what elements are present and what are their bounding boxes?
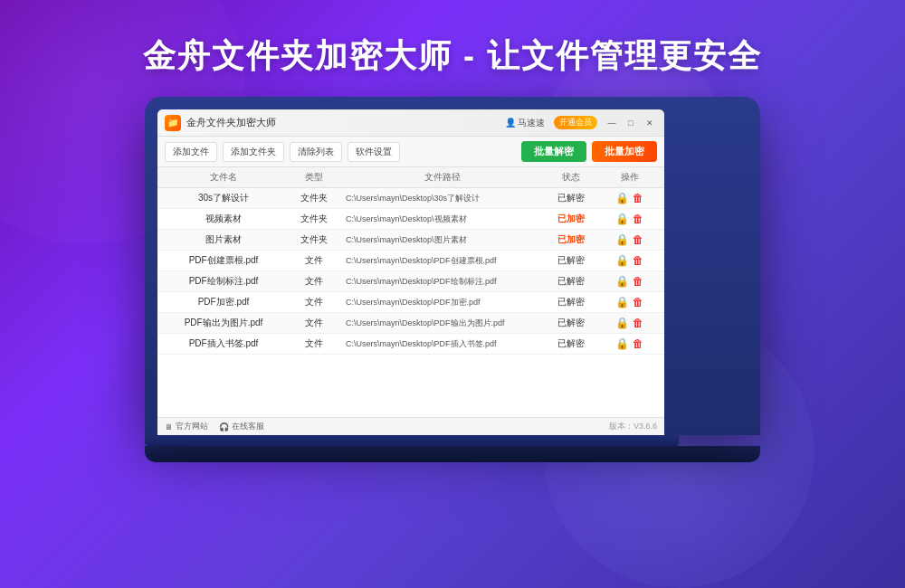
- table-header: 文件名 类型 文件路径 状态 操作: [157, 167, 664, 188]
- cell-path: C:\Users\mayn\Desktop\图片素材: [346, 234, 539, 246]
- settings-button[interactable]: 软件设置: [348, 142, 400, 162]
- page-title: 金舟文件夹加密大师 - 让文件管理更安全: [0, 0, 905, 97]
- cell-path: C:\Users\mayn\Desktop\30s了解设计: [346, 193, 539, 204]
- add-folder-button[interactable]: 添加文件夹: [223, 142, 284, 162]
- col-header-action: 操作: [603, 171, 657, 184]
- file-table: 文件名 类型 文件路径 状态 操作 30s了解设计 文件夹 C:\Users\m…: [157, 167, 664, 417]
- cell-path: C:\Users\mayn\Desktop\PDF绘制标注.pdf: [346, 276, 539, 288]
- cell-actions: 🔒 🗑: [603, 233, 657, 246]
- minimize-button[interactable]: —: [605, 117, 619, 129]
- lock-icon[interactable]: 🔒: [615, 213, 628, 225]
- lock-icon[interactable]: 🔒: [615, 337, 628, 350]
- version-text: 版本：V3.6.6: [609, 421, 657, 432]
- cell-name: PDF加密.pdf: [165, 296, 282, 308]
- status-bar: 🖥 官方网站 🎧 在线客服 版本：V3.6.6: [157, 417, 664, 435]
- laptop-stand: [145, 446, 760, 462]
- cell-type: 文件夹: [282, 192, 346, 204]
- cell-path: C:\Users\mayn\Desktop\PDF创建票根.pdf: [346, 255, 539, 267]
- lock-icon[interactable]: 🔒: [615, 192, 628, 204]
- table-row: PDF加密.pdf 文件 C:\Users\mayn\Desktop\PDF加密…: [157, 292, 664, 313]
- user-icon: 👤: [505, 118, 516, 128]
- laptop-screen-frame: 📁 金舟文件夹加密大师 👤 马速速 开通会员 — □ ✕: [145, 97, 760, 435]
- batch-decrypt-button[interactable]: 批量解密: [521, 141, 586, 162]
- cell-actions: 🔒 🗑: [603, 317, 657, 329]
- cell-status: 已解密: [539, 275, 603, 288]
- cell-status: 已解密: [539, 317, 603, 329]
- cell-path: C:\Users\mayn\Desktop\视频素材: [346, 213, 539, 225]
- monitor-icon: 🖥: [165, 422, 173, 432]
- table-row: PDF输出为图片.pdf 文件 C:\Users\mayn\Desktop\PD…: [157, 313, 664, 334]
- laptop-screen: 📁 金舟文件夹加密大师 👤 马速速 开通会员 — □ ✕: [157, 109, 664, 435]
- lock-icon[interactable]: 🔒: [615, 296, 628, 308]
- cell-type: 文件: [282, 317, 346, 329]
- lock-icon[interactable]: 🔒: [615, 233, 628, 246]
- clear-list-button[interactable]: 清除列表: [290, 142, 342, 162]
- cell-type: 文件: [282, 275, 346, 288]
- vip-badge[interactable]: 开通会员: [554, 116, 597, 129]
- cell-actions: 🔒 🗑: [603, 254, 657, 267]
- delete-icon[interactable]: 🗑: [632, 233, 644, 246]
- maximize-button[interactable]: □: [624, 117, 638, 129]
- official-site-link[interactable]: 🖥 官方网站: [165, 421, 208, 432]
- lock-icon[interactable]: 🔒: [615, 254, 628, 267]
- lock-icon[interactable]: 🔒: [615, 275, 628, 288]
- login-link[interactable]: 👤 马速速: [505, 117, 545, 129]
- title-bar-links: 👤 马速速: [505, 117, 545, 129]
- title-bar: 📁 金舟文件夹加密大师 👤 马速速 开通会员 — □ ✕: [157, 109, 664, 137]
- login-text: 马速速: [518, 117, 545, 129]
- cell-name: 视频素材: [165, 213, 282, 225]
- cell-name: 图片素材: [165, 233, 282, 246]
- delete-icon[interactable]: 🗑: [632, 296, 644, 308]
- delete-icon[interactable]: 🗑: [632, 213, 644, 225]
- delete-icon[interactable]: 🗑: [632, 275, 644, 288]
- delete-icon[interactable]: 🗑: [632, 192, 644, 204]
- table-row: PDF插入书签.pdf 文件 C:\Users\mayn\Desktop\PDF…: [157, 334, 664, 355]
- app-icon: 📁: [165, 115, 181, 131]
- cell-type: 文件: [282, 254, 346, 267]
- add-file-button[interactable]: 添加文件: [165, 142, 217, 162]
- col-header-name: 文件名: [165, 171, 282, 184]
- cell-status: 已解密: [539, 254, 603, 267]
- official-site-text: 官方网站: [176, 421, 208, 432]
- cell-path: C:\Users\mayn\Desktop\PDF输出为图片.pdf: [346, 318, 539, 329]
- table-row: 30s了解设计 文件夹 C:\Users\mayn\Desktop\30s了解设…: [157, 188, 664, 209]
- cell-path: C:\Users\mayn\Desktop\PDF插入书签.pdf: [346, 338, 539, 350]
- cell-name: PDF创建票根.pdf: [165, 254, 282, 267]
- cell-type: 文件夹: [282, 213, 346, 225]
- laptop-base: [145, 435, 679, 446]
- cell-type: 文件: [282, 296, 346, 308]
- close-button[interactable]: ✕: [643, 117, 657, 129]
- batch-encrypt-button[interactable]: 批量加密: [592, 141, 657, 162]
- col-header-path: 文件路径: [346, 171, 539, 184]
- app-title: 金舟文件夹加密大师: [186, 116, 505, 129]
- cell-name: PDF绘制标注.pdf: [165, 275, 282, 288]
- cell-status: 已加密: [539, 213, 603, 225]
- table-row: 视频素材 文件夹 C:\Users\mayn\Desktop\视频素材 已加密 …: [157, 209, 664, 230]
- cell-actions: 🔒 🗑: [603, 296, 657, 308]
- table-row: 图片素材 文件夹 C:\Users\mayn\Desktop\图片素材 已加密 …: [157, 230, 664, 251]
- table-row: PDF创建票根.pdf 文件 C:\Users\mayn\Desktop\PDF…: [157, 251, 664, 271]
- toolbar: 添加文件 添加文件夹 清除列表 软件设置 批量解密 批量加密: [157, 137, 664, 167]
- table-row: PDF绘制标注.pdf 文件 C:\Users\mayn\Desktop\PDF…: [157, 271, 664, 292]
- cell-type: 文件: [282, 337, 346, 350]
- col-header-type: 类型: [282, 171, 346, 184]
- cell-type: 文件夹: [282, 233, 346, 246]
- cell-status: 已加密: [539, 233, 603, 246]
- window-controls: — □ ✕: [605, 117, 657, 129]
- headset-icon: 🎧: [219, 422, 229, 432]
- laptop-container: 📁 金舟文件夹加密大师 👤 马速速 开通会员 — □ ✕: [0, 97, 905, 462]
- lock-icon[interactable]: 🔒: [615, 317, 628, 329]
- cell-actions: 🔒 🗑: [603, 192, 657, 204]
- app-window: 📁 金舟文件夹加密大师 👤 马速速 开通会员 — □ ✕: [157, 109, 664, 435]
- cell-status: 已解密: [539, 296, 603, 308]
- cell-actions: 🔒 🗑: [603, 213, 657, 225]
- online-support-link[interactable]: 🎧 在线客服: [219, 421, 264, 432]
- col-header-status: 状态: [539, 171, 603, 184]
- delete-icon[interactable]: 🗑: [632, 337, 644, 350]
- cell-status: 已解密: [539, 192, 603, 204]
- laptop-body: 📁 金舟文件夹加密大师 👤 马速速 开通会员 — □ ✕: [145, 97, 760, 462]
- cell-actions: 🔒 🗑: [603, 275, 657, 288]
- delete-icon[interactable]: 🗑: [632, 254, 644, 267]
- online-support-text: 在线客服: [232, 421, 264, 432]
- delete-icon[interactable]: 🗑: [632, 317, 644, 329]
